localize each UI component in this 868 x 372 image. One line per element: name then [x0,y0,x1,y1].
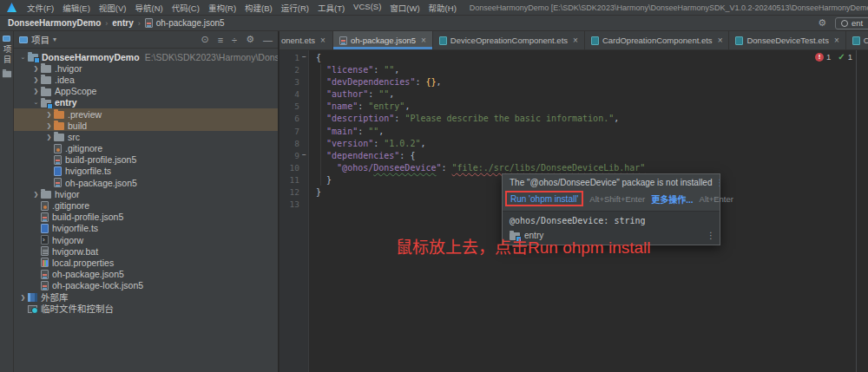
menubar-menu[interactable]: 窗口(W) [385,2,424,14]
hide-panel-icon[interactable]: — [263,35,273,45]
menubar-menu[interactable]: 编辑(E) [58,2,95,14]
tree-item[interactable]: .gitignore [14,199,278,211]
tree-item[interactable]: ❯.idea [14,74,278,85]
tree-item[interactable]: ⌄DonseeHarmonyDemoE:\SDK\SDK2023\Harmony… [14,51,278,62]
tree-item[interactable]: oh-package.json5 [14,269,278,280]
tree-item[interactable]: oh-package.json5 [14,177,278,188]
fold-icon[interactable]: − [300,54,308,62]
tree-item[interactable]: ❯.preview [14,108,278,120]
tab-bar: onent.ets×oh-package.json5×DeviceOpreati… [279,31,868,50]
tree-item[interactable]: build-profile.json5 [14,154,278,166]
menubar-menu[interactable]: 运行(R) [277,2,313,14]
editor-tab[interactable]: onent.ets× [279,31,333,49]
breadcrumb-item[interactable]: oh-package.json5 [156,18,225,28]
error-icon: ! [815,53,824,62]
more-actions-link[interactable]: 更多操作... [651,193,693,206]
line-number: 11 [279,174,309,186]
tree-item[interactable]: 临时文件和控制台 [14,303,278,314]
tree-item[interactable]: hvigorw [14,234,278,245]
tree-item[interactable]: .gitignore [14,143,278,154]
menubar-menu[interactable]: 工具(T) [313,2,349,14]
tree-item[interactable]: build-profile.json5 [14,212,278,223]
close-icon[interactable]: × [573,36,578,45]
tree-item-label: hvigor [55,189,80,199]
file-json-icon [41,270,49,279]
menubar-menu[interactable]: VCS(S) [349,2,385,14]
tree-item[interactable]: ❯src [14,131,278,142]
menubar-menu[interactable]: 导航(N) [130,2,167,14]
gutter: 1−23456789−10111213 [279,52,309,372]
settings-gear-icon[interactable]: ⚙ [818,17,826,29]
tree-item-label: 临时文件和控制台 [41,303,114,314]
tree-item[interactable]: oh-package-lock.json5 [14,280,278,291]
breadcrumb-separator-icon: › [105,19,108,28]
close-icon[interactable]: × [320,36,326,45]
tree-item[interactable]: hvigorfile.ts [14,166,278,177]
project-panel-header: 项目 ▾ ⊙ ≡ ÷ ⚙ — [14,31,278,49]
chevron-right-icon[interactable]: ❯ [31,88,41,95]
scrollbar[interactable] [856,50,857,372]
chevron-right-icon[interactable]: ❯ [44,134,54,140]
tree-item[interactable]: ❯hvigor [14,188,278,199]
chevron-down-icon[interactable]: ⌄ [31,99,41,106]
editor-tab[interactable]: oh-package.json5× [333,31,433,49]
tree-item[interactable]: hvigorfile.ts [14,223,278,234]
editor-tab[interactable]: CardOpreationComponent.ets× [585,31,730,49]
tree-item-label: hvigorw [52,235,83,245]
tree-item-label: .preview [68,109,102,120]
run-config-selector[interactable]: ent [835,17,868,29]
code-editor[interactable]: 1−23456789−10111213 { "license": "", "de… [279,50,868,372]
menubar-menu[interactable]: 文件(F) [23,2,58,14]
expand-collapse-icon[interactable]: ÷ [232,35,237,45]
tree-item[interactable]: ⌄entry [14,97,278,108]
editor-tab[interactable]: DonseeDeviceTest.ets× [729,31,845,49]
tree-item[interactable]: hvigorw.bat [14,245,278,257]
breadcrumb-item[interactable]: entry [112,18,133,28]
close-icon[interactable]: × [834,36,839,45]
code-line: "license": "", [316,64,868,76]
project-panel-title[interactable]: 项目 [31,33,49,46]
menubar-menu[interactable]: 构建(B) [240,2,277,14]
close-icon[interactable]: × [421,36,426,45]
menubar-menu[interactable]: 视图(V) [95,2,131,14]
menubar-menu[interactable]: 重构(R) [204,2,240,14]
module-folder-icon [41,100,51,108]
collapse-all-icon[interactable]: ≡ [218,35,223,45]
chevron-right-icon[interactable]: ❯ [31,76,41,83]
chevron-down-icon[interactable]: ▾ [53,36,56,43]
folder-icon [54,134,64,141]
popup-title: The "@ohos/DonseeDevice" package is not … [510,178,713,187]
menubar-menu[interactable]: 代码(C) [168,2,204,14]
tree-item-label: build-profile.json5 [52,212,123,222]
tree-item[interactable]: ❯外部库 [14,291,278,303]
breadcrumb-item[interactable]: DonseeHarmonyDemo [8,18,101,28]
line-number: 5 [279,101,309,113]
editor-tab[interactable]: DeviceOpreationComponent.ets× [433,31,585,49]
close-icon[interactable]: × [718,36,723,45]
tree-item-label: build-profile.json5 [65,154,136,165]
chevron-down-icon[interactable]: ⌄ [18,54,28,61]
folder-orange-icon [54,122,64,130]
chevron-right-icon[interactable]: ❯ [44,111,54,118]
chevron-right-icon[interactable]: ❯ [44,122,54,129]
tree-item[interactable]: ❯.hvigor [14,62,278,74]
panel-settings-gear-icon[interactable]: ⚙ [246,34,254,45]
fold-icon[interactable]: − [300,152,308,160]
kebab-menu-icon[interactable]: ⋮ [703,231,715,240]
kebab-menu-icon[interactable]: ⋮ [713,178,720,187]
stripe-project-tab[interactable]: 项目 [1,45,13,65]
tree-item[interactable]: local.properties [14,257,278,268]
tree-item[interactable]: ❯build [14,120,278,131]
code-line: "name": "entry", [316,101,868,113]
tree-item[interactable]: ❯AppScope [14,86,278,97]
chevron-right-icon[interactable]: ❯ [18,294,28,301]
run-ohpm-install-link[interactable]: Run 'ohpm install' [510,194,578,204]
inspections-widget[interactable]: ! 1 ✓ 1 [815,52,852,62]
chevron-right-icon[interactable]: ❯ [31,65,41,72]
chevron-right-icon[interactable]: ❯ [31,191,41,198]
menubar-menu[interactable]: 帮助(H) [424,2,461,14]
editor-tab[interactable]: CommonContants.ets× [846,31,868,49]
locate-file-icon[interactable]: ⊙ [201,34,208,45]
folder-icon [41,76,51,84]
tree-item-label: 外部库 [41,291,69,303]
